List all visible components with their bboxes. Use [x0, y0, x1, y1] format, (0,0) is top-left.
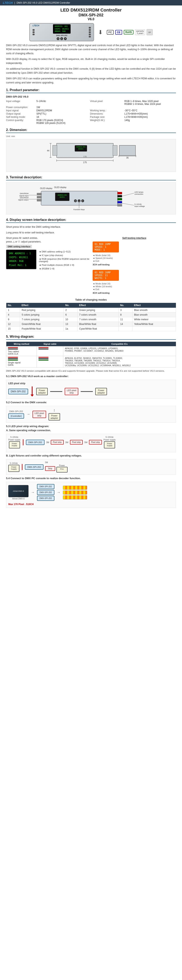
table-row: 1 Red jumping 2 Green jumping 3 Blue smo…	[6, 308, 176, 313]
svg-rect-37	[117, 201, 122, 203]
test-3ch: 01 RED JUMP SPEED: 1 MODE: 1 ◄ Mode (tot…	[93, 242, 176, 266]
page-title-block: LED DMX512/RDM Controller DMX-SPI-202 V6…	[6, 8, 176, 21]
svg-text:LED lamps: LED lamps	[135, 191, 144, 193]
note5: ◄ (RGBW 1~8)	[39, 267, 89, 270]
sub54-label: 5.4 Connect to DMX PC console to realize…	[6, 477, 176, 480]
test3-note-speed: ◄ Speed (16 levels)	[93, 257, 176, 259]
eff1-1: Red jumping	[20, 308, 64, 313]
section4-heading: 4. Display screen interface description:	[6, 218, 176, 223]
svg-text:▲: ▲	[79, 200, 80, 202]
svg-rect-35	[117, 195, 122, 197]
no3-1: 9	[6, 317, 20, 322]
test4-note-mode: ◄ Mode (total 16)	[93, 282, 176, 285]
col-no1: No.	[6, 303, 20, 308]
param-power-value: 1W	[36, 106, 88, 109]
wt-col2: Signal cable	[37, 342, 63, 346]
test4-note-white: ◄ White (16 levels)	[93, 285, 176, 288]
col-effect1: Effect	[20, 303, 64, 308]
section5-heading: 5. Wiring diagram:	[6, 335, 176, 340]
screen-pixel: Pixel Mul: 1	[9, 263, 33, 267]
wt-ics1: APA192, 0705, GS806, LPD101, LPD6803, LP…	[63, 346, 176, 356]
param-control-qty-label: Control quantity:	[6, 119, 34, 124]
svg-rect-21	[41, 191, 118, 205]
col-no3: No.	[119, 303, 132, 308]
test3-title: 3CH self-testing	[93, 263, 176, 266]
svg-line-48	[122, 193, 134, 196]
sub52-diagram: DMX-SPI-202 [Controller] → LED pixelstri…	[6, 406, 176, 423]
no4-2: 13	[64, 322, 78, 326]
param-working-temp-label: Working temp.:	[90, 109, 122, 112]
wiring-note: DMX-SPI-202 V6.0 version compatible with…	[6, 369, 176, 373]
sub52-arrow1: →	[27, 412, 30, 417]
svg-text:44: 44	[47, 150, 49, 152]
param-power-label: Power consumption:	[6, 106, 34, 109]
svg-text:ADDRESS:001: ADDRESS:001	[76, 146, 85, 148]
sub51-diagram-title: LED pixel strip	[8, 382, 174, 385]
svg-rect-33	[37, 199, 41, 201]
sub53-a-label: A. Same operating voltage connection.	[6, 429, 176, 432]
short-press-label: Short press M: switch entries.	[6, 237, 89, 239]
param-input-signal-value: DMX512/RDM	[36, 109, 88, 112]
param-virtual-pixel-label: Virtual pixel:	[90, 100, 122, 105]
description-section: DMX-SPI-202 V6.0 converts DMX512/RDM sig…	[6, 43, 176, 84]
test3-note-mode: ◄ Mode (total 16)	[93, 254, 176, 256]
cert-ce: CE	[115, 30, 122, 35]
cert-fc: FC	[107, 30, 114, 35]
sub52-strip: LED pixelstrip	[33, 411, 46, 418]
warranty-badge: warranty5 years	[135, 29, 145, 35]
sub52-controller-label: DMX-SPI-202	[9, 410, 23, 412]
no3-2: 10	[64, 317, 78, 322]
svg-line-51	[122, 203, 134, 205]
wt-col3: Compatible ICs	[63, 342, 176, 346]
test3-line3: MODE: 1	[95, 248, 117, 251]
brand-logo-top: LTECH	[3, 1, 13, 5]
dimension-diagram: ADDRESS:001 WS2811 175 170 44 35	[6, 139, 176, 172]
self-test-area: 01 RED JUMP SPEED: 1 MODE: 1 ◄ Mode (tot…	[93, 242, 176, 294]
note1: ◄ DMX address setting (1~512)	[39, 250, 89, 253]
sub53-a-diagram: 5~24Vdc Power supply PowerSupply DMX-SPI…	[6, 434, 176, 452]
eff4-1: Green/White float	[20, 322, 64, 326]
param-subtitle: DMX-SPI-202 V6.0	[6, 95, 176, 98]
wt-signal1	[37, 346, 63, 356]
no4-1: 12	[6, 322, 20, 326]
screen-chips: CHIPS: WS2811	[9, 256, 33, 259]
svg-text:M: M	[75, 200, 76, 202]
eff3-3: White meteor	[132, 317, 176, 322]
sub54-arrow2: →	[57, 490, 60, 495]
svg-text:DMX/RDM: DMX/RDM	[20, 197, 28, 199]
no1-1: 1	[6, 308, 20, 313]
eff5-3	[132, 326, 176, 331]
table-row: 4 5 colors jumping 6 7 colors smooth 8 B…	[6, 313, 176, 317]
svg-text:WS2811: WS2811	[78, 148, 83, 150]
svg-rect-1	[52, 145, 57, 156]
no2-1: 4	[6, 313, 20, 317]
svg-text:170: 170	[83, 156, 87, 158]
product-image-area: ADDRESS: 001CHIPS: WS2811ORDER: RGB DMX-…	[6, 23, 176, 41]
sub52-power: Poweradapter	[49, 413, 60, 420]
col-effect3: Effect	[132, 303, 176, 308]
param-self-testing-value: 16	[36, 116, 88, 118]
wt-col1: Wiring method	[6, 342, 37, 346]
desc-para4: DMX-SPI-202 V6.0 can realize parameters …	[6, 76, 176, 84]
test4-line1: 01 RED JUMP	[95, 271, 117, 274]
wiring-row-1: Two cables DATA CLK APA192, 0705, GS806,…	[6, 346, 176, 356]
test3-line1: 01 RED JUMP	[95, 243, 117, 245]
eff2-3: Blue smooth	[132, 313, 176, 317]
test-display-4ch: 01 RED JUMP SPEED: 11 WHITE: 1	[93, 270, 119, 281]
eff1-3: Blue smooth	[132, 308, 176, 313]
no5-1: 15	[6, 326, 20, 331]
sub54-console-block: Artnet-DMX-6 Artnet-DMX-6	[8, 485, 28, 500]
up-down-label: press △ or ▽: adjust parameters.	[6, 240, 89, 243]
test4-line3: WHITE: 1	[95, 277, 117, 280]
table-row: 9 7 colors jumping 10 7 colors smooth 11…	[6, 317, 176, 322]
wiring-table: Wiring method Signal cable Compatible IC…	[6, 342, 176, 368]
screen-order: ORDER: RGB	[9, 259, 33, 263]
sub53-b-label: B. Light fixtures and controller using d…	[6, 454, 176, 457]
display-notes: ◄ DMX address setting (1~512) ◄ IC type …	[39, 250, 89, 270]
param-weight-label: Weight(G.W.):	[90, 119, 122, 124]
sub54-console: Artnet-DMX-6	[8, 485, 28, 497]
no2-3: 8	[119, 313, 132, 317]
screen-address: DMX ADDRESS : 1	[9, 251, 33, 256]
breadcrumb-separator: |	[14, 2, 15, 4]
wt-signal2	[37, 356, 63, 368]
